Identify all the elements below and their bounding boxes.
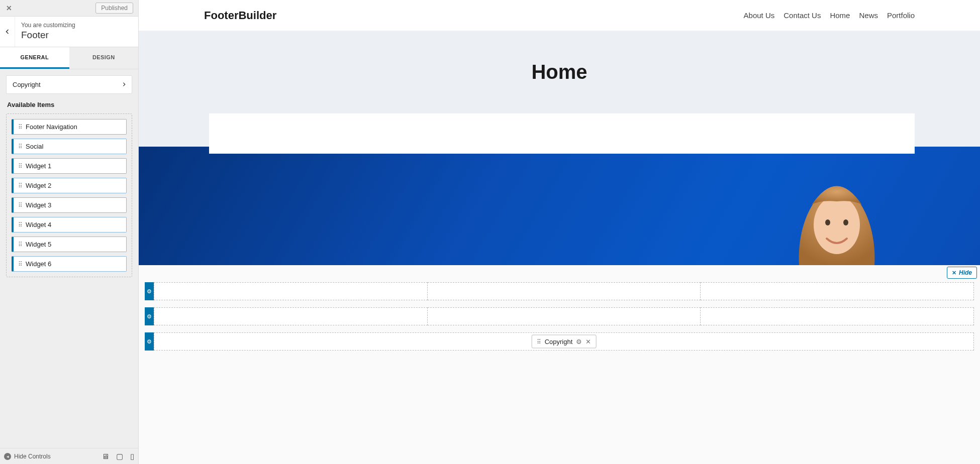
drag-icon: ⠿ <box>18 222 23 228</box>
nav-about-us[interactable]: About Us <box>744 11 775 20</box>
footer-cell[interactable] <box>154 282 428 300</box>
hero-section: Home <box>139 31 980 113</box>
chevron-left-icon <box>5 29 11 35</box>
footer-row-bottom: ⚙ ⠿ Copyright ⚙ ✕ <box>145 332 974 351</box>
avail-item-widget-4[interactable]: ⠿ Widget 4 <box>12 217 127 233</box>
copyright-chip[interactable]: ⠿ Copyright ⚙ ✕ <box>532 335 597 349</box>
svg-point-0 <box>814 196 860 254</box>
drag-icon: ⠿ <box>18 144 23 150</box>
avail-item-label: Widget 6 <box>26 260 51 268</box>
published-button[interactable]: Published <box>95 3 133 14</box>
svg-point-2 <box>843 219 848 225</box>
gear-icon: ⚙ <box>147 313 152 320</box>
footer-builder-overlay: ✕ Hide ⚙ ⚙ <box>139 265 980 464</box>
device-switcher: 🖥 ▢ ▯ <box>102 452 134 461</box>
drag-icon: ⠿ <box>18 202 23 208</box>
avail-item-social[interactable]: ⠿ Social <box>12 139 127 154</box>
avail-item-label: Footer Navigation <box>26 123 77 131</box>
close-icon[interactable]: ✕ <box>585 338 591 345</box>
footer-row-top: ⚙ <box>145 282 974 300</box>
chevron-left-circle-icon: ◂ <box>4 453 11 460</box>
avail-item-label: Widget 4 <box>26 221 51 228</box>
section-copyright[interactable]: Copyright <box>6 75 132 94</box>
footer-cell[interactable] <box>428 307 701 325</box>
svg-point-1 <box>825 219 830 225</box>
panel-title: Footer <box>21 30 75 41</box>
drag-icon: ⠿ <box>18 163 23 169</box>
gear-icon: ⚙ <box>147 288 152 295</box>
chevron-right-icon <box>122 81 127 88</box>
footer-cell[interactable] <box>154 307 428 325</box>
footer-cell[interactable] <box>701 307 974 325</box>
chip-label: Copyright <box>545 338 573 345</box>
nav-home[interactable]: Home <box>830 11 850 20</box>
blue-hero-section <box>139 147 980 265</box>
gear-icon: ⚙ <box>147 338 152 345</box>
desktop-icon[interactable]: 🖥 <box>102 452 109 461</box>
sidebar-body: Copyright Available Items ⠿ Footer Navig… <box>0 69 138 448</box>
content-gap <box>139 113 980 147</box>
avail-item-footer-navigation[interactable]: ⠿ Footer Navigation <box>12 119 127 135</box>
hide-label: Hide <box>959 269 972 276</box>
row-settings-button[interactable]: ⚙ <box>145 282 154 300</box>
tablet-icon[interactable]: ▢ <box>116 452 123 461</box>
sidebar-tabs: GENERAL DESIGN <box>0 47 138 69</box>
site-header: FooterBuilder About Us Contact Us Home N… <box>139 0 980 31</box>
content-block-overlap <box>209 147 915 154</box>
avail-item-label: Widget 3 <box>26 201 51 209</box>
sidebar-footer: ◂ Hide Controls 🖥 ▢ ▯ <box>0 448 138 464</box>
section-label: Copyright <box>13 81 41 88</box>
tab-general[interactable]: GENERAL <box>0 47 69 69</box>
close-icon: ✕ <box>952 270 956 276</box>
drag-icon: ⠿ <box>537 338 541 345</box>
footer-cell[interactable] <box>428 282 701 300</box>
tab-design[interactable]: DESIGN <box>69 47 139 69</box>
footer-rows: ⚙ ⚙ <box>145 282 974 358</box>
back-button[interactable] <box>0 17 15 47</box>
avail-item-widget-6[interactable]: ⠿ Widget 6 <box>12 256 127 272</box>
sidebar-header: You are customizing Footer <box>0 17 138 47</box>
nav-news[interactable]: News <box>859 11 878 20</box>
drag-icon: ⠿ <box>18 242 23 248</box>
avail-item-label: Widget 5 <box>26 241 51 248</box>
drag-icon: ⠿ <box>18 183 23 189</box>
drag-icon: ⠿ <box>18 261 23 267</box>
site-brand[interactable]: FooterBuilder <box>204 9 276 22</box>
footer-cell[interactable] <box>701 282 974 300</box>
content-block-top <box>209 113 915 147</box>
hide-builder-button[interactable]: ✕ Hide <box>947 267 977 279</box>
available-items-title: Available Items <box>6 101 132 108</box>
hero-title: Home <box>531 61 587 83</box>
mobile-icon[interactable]: ▯ <box>130 452 134 461</box>
avail-item-widget-2[interactable]: ⠿ Widget 2 <box>12 178 127 193</box>
row-settings-button[interactable]: ⚙ <box>145 307 154 325</box>
hide-controls-button[interactable]: ◂ Hide Controls <box>4 453 51 460</box>
customizer-sidebar: ✕ Published You are customizing Footer G… <box>0 0 139 464</box>
hide-controls-label: Hide Controls <box>14 453 51 460</box>
footer-cell[interactable]: ⠿ Copyright ⚙ ✕ <box>154 332 974 351</box>
avail-item-widget-3[interactable]: ⠿ Widget 3 <box>12 197 127 213</box>
available-items-box: ⠿ Footer Navigation ⠿ Social ⠿ Widget 1 … <box>6 113 132 277</box>
avail-item-label: Social <box>26 143 43 150</box>
drag-icon: ⠿ <box>18 124 23 130</box>
preview-pane: FooterBuilder About Us Contact Us Home N… <box>139 0 980 464</box>
close-icon[interactable]: ✕ <box>5 4 13 12</box>
avail-item-label: Widget 2 <box>26 182 51 189</box>
person-image <box>784 177 890 265</box>
nav-contact-us[interactable]: Contact Us <box>783 11 821 20</box>
row-settings-button[interactable]: ⚙ <box>145 332 154 351</box>
avail-item-label: Widget 1 <box>26 162 51 170</box>
footer-row-main: ⚙ <box>145 307 974 325</box>
primary-nav: About Us Contact Us Home News Portfolio <box>744 11 915 20</box>
customizing-label: You are customizing <box>21 22 75 29</box>
sidebar-topbar: ✕ Published <box>0 0 138 17</box>
nav-portfolio[interactable]: Portfolio <box>887 11 915 20</box>
avail-item-widget-5[interactable]: ⠿ Widget 5 <box>12 237 127 252</box>
gear-icon[interactable]: ⚙ <box>576 338 582 345</box>
avail-item-widget-1[interactable]: ⠿ Widget 1 <box>12 158 127 174</box>
